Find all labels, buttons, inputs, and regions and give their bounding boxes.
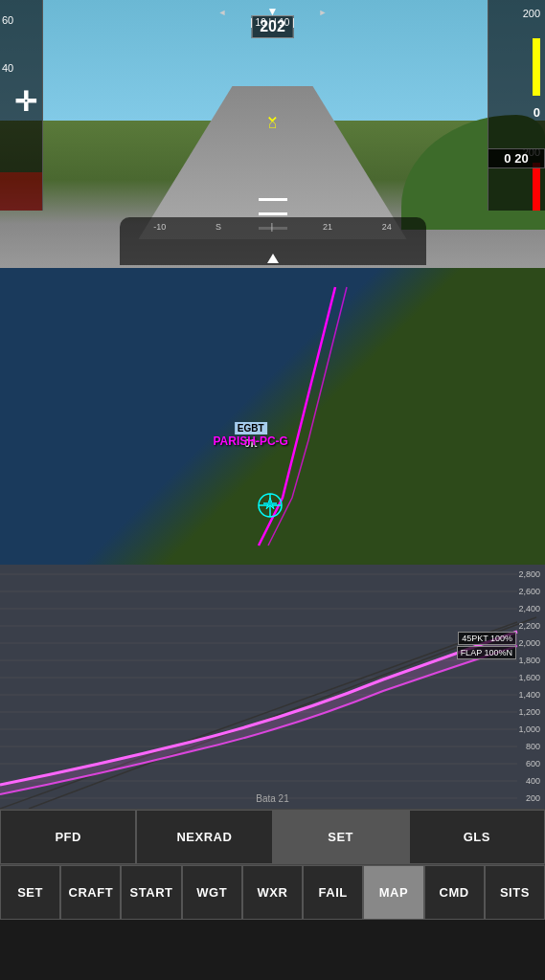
flight-path-marker: ⌂	[268, 116, 276, 131]
nav-btn-map[interactable]: MAP	[363, 865, 423, 920]
profile-bottom-label: Bata 21	[256, 793, 288, 804]
nav-btn-nexrad[interactable]: NEXRAD	[136, 810, 272, 864]
bank-tick-left: ◄	[218, 8, 227, 17]
profile-annotation-2: FLAP 100%N	[457, 646, 516, 659]
compass-tick-3: |	[271, 222, 273, 232]
nav-btn-start[interactable]: START	[121, 865, 181, 920]
pfd-display: 60 40 ✛ 200 200 0 0 20 202 ⌄ -10 S | 21 …	[0, 0, 545, 268]
profile-annotation-1: 45PKT 100%	[458, 632, 516, 645]
nav-btn-cmd[interactable]: CMD	[424, 865, 485, 920]
profile-label-200: 200	[526, 793, 540, 803]
profile-label-2200: 2,200	[518, 621, 540, 631]
profile-label-2400: 2,400	[518, 604, 540, 613]
bank-tick-right: ►	[318, 8, 327, 17]
map-display: EGBT 0ft PARISH-PC-G	[0, 268, 545, 565]
alt-label-top: 200	[523, 8, 540, 19]
nav-btn-gls[interactable]: GLS	[409, 810, 545, 864]
profile-label-600: 600	[526, 759, 540, 768]
compass-tick-2: S	[216, 222, 221, 232]
waypoint-name: PARISH-PC-G	[214, 434, 288, 448]
compass-ticks: -10 S | 21 24	[120, 222, 426, 232]
profile-label-1600: 1,600	[518, 673, 540, 682]
alt-zero: 0	[534, 105, 540, 120]
profile-label-800: 800	[526, 742, 540, 751]
nav-btn-fail[interactable]: FAIL	[303, 865, 363, 920]
alt-box: 0 20	[488, 148, 545, 168]
profile-svg	[0, 565, 545, 809]
speed-tick-40: 40	[2, 62, 13, 74]
nav-btn-set[interactable]: SET	[273, 810, 409, 864]
compass-tick-4: 21	[323, 222, 332, 232]
compass-tick-1: -10	[153, 222, 166, 232]
alt-bar-yellow	[533, 38, 540, 96]
compass-marker	[267, 254, 279, 263]
nav-bar-primary: PFD NEXRAD SET GLS	[0, 809, 545, 864]
altitude-tape: 200 200 0	[488, 0, 545, 211]
profile-label-2600: 2,600	[518, 587, 540, 596]
nav-btn-wgt[interactable]: WGT	[182, 865, 242, 920]
profile-label-2000: 2,000	[518, 638, 540, 648]
profile-label-1200: 1,200	[518, 707, 540, 717]
profile-label-2800: 2,800	[518, 569, 540, 579]
profile-label-400: 400	[526, 776, 540, 786]
compass-arc: -10 S | 21 24	[120, 217, 426, 265]
attitude-cross: ✛	[14, 86, 36, 118]
heading-bug-top: ▼	[267, 5, 279, 18]
profile-label-1400: 1,400	[518, 690, 540, 700]
nav-btn-wxr[interactable]: WXR	[242, 865, 303, 920]
compass-tick-5: 24	[382, 222, 392, 232]
nav-bar-secondary: SET CRAFT START WGT WXR FAIL MAP CMD SIT…	[0, 864, 545, 920]
nav-btn-sits[interactable]: SITS	[485, 865, 545, 920]
profile-label-1800: 1,800	[518, 656, 540, 665]
nav-btn-pfd[interactable]: PFD	[0, 810, 136, 864]
map-background	[0, 268, 545, 565]
waypoint-id-label: EGBT	[235, 422, 267, 434]
speed-tick-60: 60	[2, 14, 13, 26]
nav-btn-craft[interactable]: CRAFT	[60, 865, 121, 920]
profile-label-1000: 1,000	[518, 724, 540, 734]
profile-display: 2,800 2,600 2,400 2,200 2,000 1,800 1,60…	[0, 565, 545, 809]
nav-btn-set2[interactable]: SET	[0, 865, 60, 920]
bank-scale: | 10 | | 10 |	[250, 17, 295, 28]
alt-bar-red	[533, 163, 540, 211]
